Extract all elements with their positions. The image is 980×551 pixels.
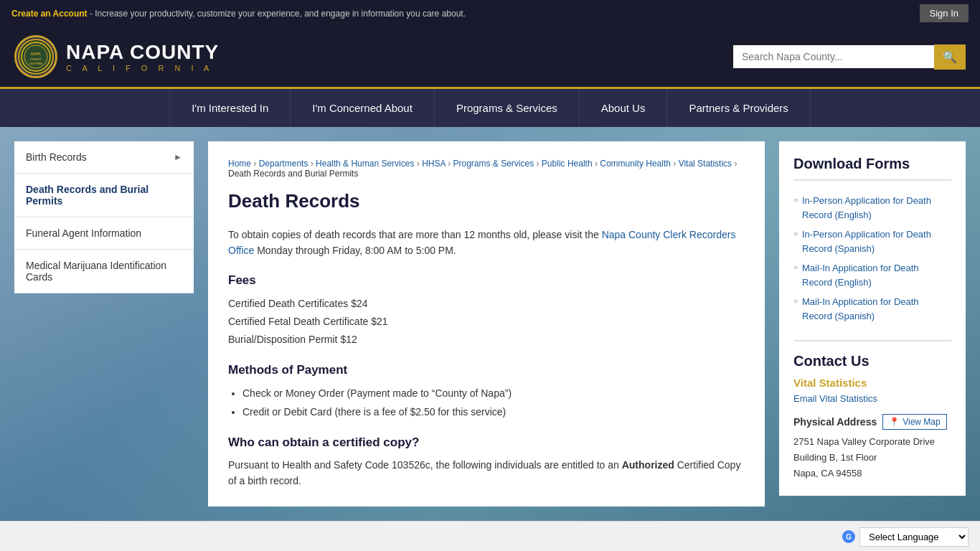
address-line-1: 2751 Napa Valley Corporate Drive [793,434,951,450]
vital-stats-label: Vital Statistics [793,377,951,389]
download-item-1: In-Person Application for Death Record (… [793,191,951,225]
logo-area: NAPA COUNTY CALIFORNIA NAPA COUNTY C A L… [14,35,219,78]
address-lines: 2751 Napa Valley Corporate Drive Buildin… [793,434,951,481]
banner-text: Create an Account - Increase your produc… [11,9,466,19]
breadcrumb: Home › Departments › Health & Human Serv… [228,159,745,179]
download-item-2: In-Person Application for Death Record (… [793,225,951,258]
fee-item-2: Certified Fetal Death Certificate $21 [228,313,745,331]
chevron-right-icon: ► [174,152,182,162]
fee-item-3: Burial/Disposition Permit $12 [228,331,745,349]
sidebar-item-birth-records[interactable]: Birth Records ► [14,141,194,174]
payment-item-2: Credit or Debit Card (there is a fee of … [242,403,745,421]
fee-list: Certified Death Certificates $24 Certifi… [228,295,745,349]
certified-text-start: Pursuant to Health and Safety Code 10352… [228,459,622,471]
search-icon: 🔍 [943,50,957,64]
breadcrumb-departments[interactable]: Departments [259,159,308,169]
sidebar-item-funeral[interactable]: Funeral Agent Information [14,217,194,250]
certified-heading: Who can obtain a certified copy? [228,435,745,450]
fee-item-1: Certified Death Certificates $24 [228,295,745,313]
breadcrumb-public-health[interactable]: Public Health [542,159,593,169]
intro-text-end: Monday through Friday, 8:00 AM to 5:00 P… [254,245,456,256]
svg-text:CALIFORNIA: CALIFORNIA [29,62,43,65]
page-wrapper: Birth Records ► Death Records and Burial… [0,127,980,521]
fees-heading: Fees [228,273,745,288]
sidebar-label: Medical Marijuana Identification Cards [26,260,182,283]
search-input[interactable] [733,45,934,68]
svg-text:NAPA: NAPA [31,52,41,56]
nav-item-interested[interactable]: I'm Interested In [169,89,291,127]
county-name: NAPA COUNTY [66,41,219,64]
download-list: In-Person Application for Death Record (… [793,191,951,326]
google-icon: G [842,530,855,543]
email-vital-stats-link[interactable]: Email Vital Statistics [793,393,951,404]
sidebar-label: Death Records and Burial Permits [26,184,182,207]
svg-text:COUNTY: COUNTY [30,57,42,61]
sidebar: Birth Records ► Death Records and Burial… [14,141,194,293]
sidebar-item-marijuana[interactable]: Medical Marijuana Identification Cards [14,250,194,293]
right-panel: Download Forms In-Person Application for… [779,141,966,496]
breadcrumb-hhsa[interactable]: HHSA [422,159,446,169]
map-icon: 📍 [889,417,900,427]
svg-point-0 [22,42,50,71]
certified-bold: Authorized [622,459,674,471]
download-link-1[interactable]: In-Person Application for Death Record (… [802,195,931,220]
logo-circle: NAPA COUNTY CALIFORNIA [14,35,57,78]
address-line-3: Napa, CA 94558 [793,466,951,481]
breadcrumb-current: Death Records and Burial Permits [228,169,358,179]
page-title: Death Records [228,190,745,212]
address-header: Physical Address 📍 View Map [793,414,951,430]
breadcrumb-programs[interactable]: Programs & Services [453,159,534,169]
download-item-4: Mail-In Application for Death Record (Sp… [793,292,951,326]
download-title: Download Forms [793,156,951,181]
main-content: Home › Departments › Health & Human Serv… [208,141,765,507]
contact-title: Contact Us [793,340,951,369]
search-button[interactable]: 🔍 [934,44,966,70]
address-section: Physical Address 📍 View Map 2751 Napa Va… [793,414,951,481]
sign-in-button[interactable]: Sign In [920,4,969,22]
intro-text: To obtain copies of death records that a… [228,229,602,240]
download-link-4[interactable]: Mail-In Application for Death Record (Sp… [802,296,919,321]
download-link-3[interactable]: Mail-In Application for Death Record (En… [802,263,919,288]
address-label: Physical Address [793,416,877,428]
content-layout: Birth Records ► Death Records and Burial… [0,127,980,521]
sidebar-label: Birth Records [26,151,87,163]
download-item-3: Mail-In Application for Death Record (En… [793,258,951,292]
top-banner: Create an Account - Increase your produc… [0,0,980,27]
nav-item-programs[interactable]: Programs & Services [435,89,580,127]
intro-paragraph: To obtain copies of death records that a… [228,227,745,259]
main-nav: I'm Interested In I'm Concerned About Pr… [0,87,980,127]
payment-list: Check or Money Order (Payment made to “C… [228,385,745,420]
payment-item-1: Check or Money Order (Payment made to “C… [242,385,745,402]
search-area: 🔍 [733,44,966,70]
breadcrumb-community[interactable]: Community Health [600,159,671,169]
language-select[interactable]: Select Language Spanish Chinese French [859,527,969,547]
nav-item-concerned[interactable]: I'm Concerned About [291,89,435,127]
translate-bar: G Select Language Spanish Chinese French [0,521,980,552]
logo-text: NAPA COUNTY C A L I F O R N I A [66,41,219,72]
state-name: C A L I F O R N I A [66,64,219,72]
breadcrumb-vital-stats[interactable]: Vital Statistics [679,159,732,169]
sidebar-label: Funeral Agent Information [26,227,141,239]
payment-heading: Methods of Payment [228,363,745,377]
view-map-label: View Map [903,417,940,427]
logo-seal: NAPA COUNTY CALIFORNIA [18,39,54,75]
nav-item-partners[interactable]: Partners & Providers [667,89,810,127]
sidebar-item-death-records[interactable]: Death Records and Burial Permits [14,174,194,217]
nav-item-about[interactable]: About Us [580,89,668,127]
certified-paragraph: Pursuant to Health and Safety Code 10352… [228,457,745,489]
download-link-2[interactable]: In-Person Application for Death Record (… [802,229,931,254]
view-map-button[interactable]: 📍 View Map [882,414,946,430]
banner-message: - Increase your productivity, customize … [88,9,466,19]
breadcrumb-hhs[interactable]: Health & Human Services [316,159,414,169]
address-line-2: Building B, 1st Floor [793,450,951,466]
create-account-link[interactable]: Create an Account [11,9,88,19]
breadcrumb-home[interactable]: Home [228,159,251,169]
site-header: NAPA COUNTY CALIFORNIA NAPA COUNTY C A L… [0,27,980,87]
